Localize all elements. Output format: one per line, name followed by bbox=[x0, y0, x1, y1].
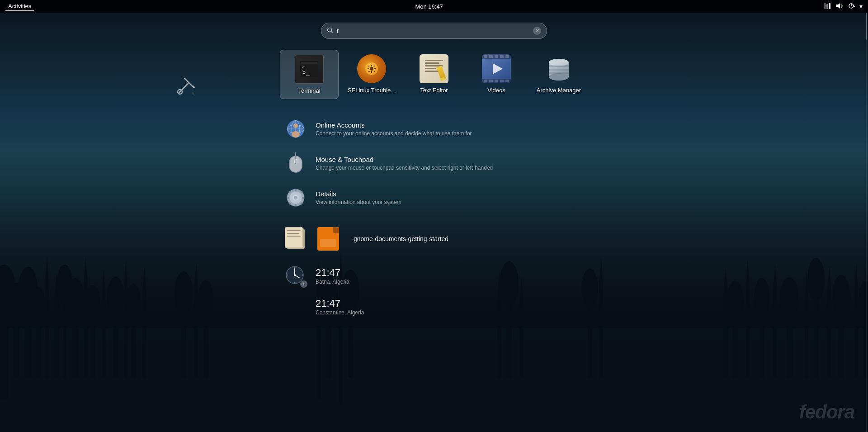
selinux-gear-inner bbox=[365, 62, 378, 75]
power-icon[interactable] bbox=[848, 3, 855, 10]
svg-point-136 bbox=[293, 123, 298, 128]
terminal-icon: $_ > bbox=[295, 55, 324, 84]
svg-rect-145 bbox=[295, 189, 297, 191]
network-icon[interactable] bbox=[824, 3, 831, 10]
clock-time-batna: 21:47 bbox=[316, 267, 583, 279]
clock-location-batna: Batna, Algeria bbox=[316, 279, 583, 285]
svg-rect-147 bbox=[287, 197, 289, 199]
mouse-touchpad-title: Mouse & Touchpad bbox=[316, 156, 583, 163]
details-icon bbox=[285, 187, 307, 209]
svg-rect-109 bbox=[495, 55, 498, 58]
svg-rect-116 bbox=[500, 80, 504, 82]
doc-fold bbox=[333, 227, 339, 233]
svg-rect-115 bbox=[495, 80, 498, 82]
scrollbar-thumb[interactable] bbox=[866, 13, 867, 40]
svg-rect-100 bbox=[374, 68, 376, 69]
search-bar[interactable]: ✕ bbox=[321, 23, 547, 39]
online-accounts-text: Online Accounts Connect to your online a… bbox=[316, 121, 583, 137]
volume-icon[interactable] bbox=[836, 3, 843, 10]
svg-rect-110 bbox=[500, 55, 504, 58]
file-label: gnome-documents-getting-started bbox=[354, 235, 448, 242]
svg-rect-98 bbox=[371, 71, 372, 73]
files-area: gnome-documents-getting-started bbox=[276, 217, 592, 256]
settings-row-online-accounts[interactable]: Online Accounts Connect to your online a… bbox=[276, 112, 592, 146]
details-title: Details bbox=[316, 190, 583, 198]
app-label-videos: Videos bbox=[487, 87, 505, 94]
svg-point-96 bbox=[370, 67, 373, 71]
svg-rect-82 bbox=[824, 3, 826, 9]
svg-rect-124 bbox=[549, 72, 569, 74]
clock-text-batna: 21:47 Batna, Algeria bbox=[316, 267, 583, 285]
settings-row-mouse[interactable]: Mouse & Touchpad Change your mouse or to… bbox=[276, 146, 592, 180]
doc-line bbox=[287, 236, 301, 237]
svg-rect-113 bbox=[484, 80, 487, 82]
app-item-terminal[interactable]: $_ > Terminal bbox=[280, 50, 339, 99]
svg-rect-101 bbox=[368, 66, 370, 67]
svg-rect-83 bbox=[826, 4, 828, 9]
clock-spacer bbox=[285, 296, 307, 318]
selinux-icon-graphic bbox=[357, 54, 386, 83]
svg-rect-111 bbox=[505, 55, 509, 58]
clock-location-constantine: Constantine, Algeria bbox=[316, 309, 583, 316]
clock-add-badge: + bbox=[300, 280, 307, 288]
svg-rect-104 bbox=[373, 71, 375, 72]
topbar-left: Activities bbox=[5, 2, 34, 11]
mouse-touchpad-text: Mouse & Touchpad Change your mouse or to… bbox=[316, 156, 583, 171]
search-clear-button[interactable]: ✕ bbox=[533, 27, 541, 35]
doc-line bbox=[287, 230, 301, 231]
search-icon bbox=[327, 27, 333, 35]
svg-line-91 bbox=[331, 31, 333, 33]
power-chevron-icon[interactable]: ▾ bbox=[859, 3, 863, 10]
details-text: Details View information about your syst… bbox=[316, 190, 583, 205]
fedora-logo: fedora bbox=[799, 401, 854, 423]
svg-point-162 bbox=[302, 275, 303, 276]
doc-front bbox=[285, 227, 303, 248]
svg-rect-123 bbox=[549, 69, 569, 71]
svg-point-125 bbox=[549, 59, 569, 66]
svg-point-121 bbox=[549, 73, 569, 81]
mouse-icon bbox=[285, 152, 307, 174]
app-grid: $_ > Terminal bbox=[274, 46, 594, 103]
svg-point-154 bbox=[294, 196, 297, 199]
svg-rect-99 bbox=[368, 68, 369, 69]
doc-line bbox=[287, 233, 299, 234]
search-input[interactable] bbox=[337, 27, 529, 34]
svg-point-160 bbox=[294, 282, 296, 284]
svg-point-159 bbox=[294, 267, 296, 268]
app-item-archive[interactable]: Archive Manager bbox=[529, 50, 588, 99]
online-accounts-desc: Connect to your online accounts and deci… bbox=[316, 130, 583, 137]
videos-icon bbox=[482, 54, 511, 83]
svg-rect-148 bbox=[302, 197, 304, 199]
archive-icon bbox=[544, 54, 573, 83]
activities-button[interactable]: Activities bbox=[5, 2, 34, 11]
svg-line-126 bbox=[179, 84, 188, 93]
texteditor-line bbox=[425, 68, 436, 69]
clock-section: + 21:47 Batna, Algeria 21:47 Constantine… bbox=[276, 261, 592, 322]
clock-row-batna[interactable]: + 21:47 Batna, Algeria bbox=[276, 261, 592, 291]
svg-point-161 bbox=[287, 275, 288, 276]
svg-text:>: > bbox=[302, 64, 305, 69]
topbar-right: ▾ bbox=[824, 3, 863, 10]
app-item-texteditor[interactable]: Text Editor bbox=[405, 50, 463, 99]
clock-row-constantine[interactable]: 21:47 Constantine, Algeria bbox=[276, 291, 592, 322]
details-desc: View information about your system bbox=[316, 199, 583, 205]
svg-rect-97 bbox=[371, 65, 372, 66]
files-row[interactable]: gnome-documents-getting-started bbox=[276, 222, 592, 256]
settings-section: Online Accounts Connect to your online a… bbox=[276, 112, 592, 215]
svg-point-137 bbox=[292, 131, 300, 138]
scrollbar[interactable] bbox=[864, 13, 868, 432]
svg-rect-102 bbox=[373, 65, 375, 67]
mouse-touchpad-desc: Change your mouse or touchpad sensitivit… bbox=[316, 165, 583, 171]
texteditor-icon-graphic bbox=[420, 54, 448, 83]
svg-rect-93 bbox=[301, 62, 317, 64]
texteditor-icon bbox=[420, 54, 448, 83]
app-label-archive: Archive Manager bbox=[537, 87, 581, 94]
clock-time-constantine: 21:47 bbox=[316, 298, 583, 309]
texteditor-line bbox=[425, 62, 439, 64]
settings-row-details[interactable]: Details View information about your syst… bbox=[276, 180, 592, 215]
svg-rect-146 bbox=[295, 204, 297, 206]
app-item-videos[interactable]: Videos bbox=[467, 50, 526, 99]
app-item-selinux[interactable]: SELinux Trouble... bbox=[342, 50, 401, 99]
scrollbar-track bbox=[866, 13, 867, 432]
app-label-terminal: Terminal bbox=[298, 87, 320, 94]
